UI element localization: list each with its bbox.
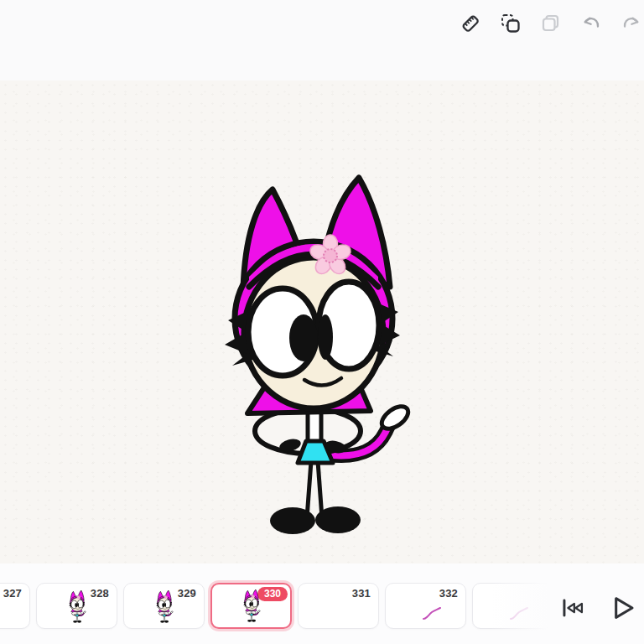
timeline-frame-next[interactable] [472,583,553,629]
skip-to-start-icon [558,594,586,622]
undo-button[interactable] [579,12,603,35]
frame-number: 329 [178,587,196,600]
cat-character-drawing [210,159,419,545]
timeline-frame-328[interactable]: 328 [36,583,117,629]
frame-number: 332 [439,587,458,600]
paste-selection-button[interactable] [499,12,522,35]
frame-thumbnail-squiggle [423,607,441,621]
undo-icon [579,12,603,35]
paste-selection-icon [499,12,522,35]
timeline-frame-327[interactable]: 327 [0,583,30,629]
timeline-frame-330-selected[interactable]: 330 [210,583,292,629]
timeline-frame-332[interactable]: 332 [385,583,466,629]
timeline-bar: 327 328 329 330 331 332 [0,564,644,644]
drawing-canvas[interactable] [0,80,644,564]
frame-thumbnail-character [67,589,86,624]
current-frame-badge: 330 [257,587,288,601]
timeline-frame-329[interactable]: 329 [123,583,205,629]
ruler-icon [459,12,482,35]
app-window: 327 328 329 330 331 332 [0,0,644,644]
redo-button[interactable] [620,12,643,35]
play-button[interactable] [605,591,639,625]
redo-icon [620,12,643,35]
play-icon [605,591,639,625]
duplicate-icon [539,12,563,35]
frame-thumbnail-character [242,588,261,623]
skip-to-start-button[interactable] [557,594,587,624]
frame-thumbnail-character [154,589,174,624]
ruler-button[interactable] [459,12,482,35]
frame-thumbnail-squiggle [510,607,528,621]
frame-number: 331 [352,587,371,600]
frame-number: 328 [91,587,109,600]
duplicate-button[interactable] [539,12,563,35]
toolbar [0,0,644,80]
frame-number: 327 [3,587,22,600]
toolbar-icon-row [459,12,644,35]
timeline-frame-331[interactable]: 331 [298,583,379,629]
